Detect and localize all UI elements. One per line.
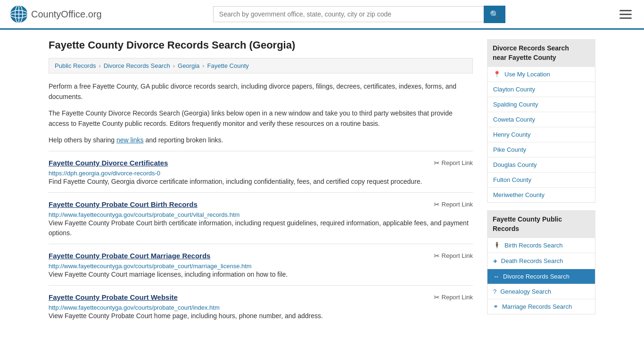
content-wrapper: Fayette County Divorce Records Search (G… — [39, 30, 605, 327]
sidebar-label-location: Use My Location — [504, 71, 550, 78]
marriage-icon: ⚭ — [493, 303, 498, 310]
result-desc-0: Find Fayette County, Georgia divorce cer… — [49, 177, 473, 187]
menu-bar-3 — [619, 17, 632, 19]
birth-icon: 🕴 — [493, 242, 501, 249]
description: Perform a free Fayette County, GA public… — [49, 81, 473, 145]
sidebar-item-death[interactable]: + Death Records Search — [487, 253, 595, 269]
result-title-3[interactable]: Fayette County Probate Court Website — [49, 293, 178, 301]
death-icon: + — [493, 257, 497, 265]
sidebar-link-meriwether[interactable]: Meriwether County — [487, 188, 595, 202]
sidebar-item-coweta[interactable]: Coweta County — [487, 112, 595, 127]
result-desc-1: View Fayette County Probate Court birth … — [49, 218, 473, 238]
main-content: Fayette County Divorce Records Search (G… — [49, 39, 473, 327]
sidebar-item-clayton[interactable]: Clayton County — [487, 82, 595, 97]
sidebar-item-genealogy[interactable]: ? Genealogy Search — [487, 284, 595, 299]
sidebar-public-records-title: Fayette County Public Records — [487, 210, 595, 238]
sidebar-link-genealogy[interactable]: ? Genealogy Search — [487, 284, 595, 299]
sidebar-nearby-title: Divorce Records Searchnear Fayette Count… — [487, 39, 595, 67]
sidebar-item-meriwether[interactable]: Meriwether County — [487, 188, 595, 202]
sidebar-label-pike: Pike County — [493, 146, 526, 153]
sidebar-item-douglas[interactable]: Douglas County — [487, 157, 595, 173]
search-input[interactable] — [213, 6, 484, 22]
search-button[interactable]: 🔍 — [484, 6, 505, 23]
sidebar-link-birth[interactable]: 🕴 Birth Records Search — [487, 238, 595, 253]
breadcrumb: Public Records › Divorce Records Search … — [49, 58, 473, 74]
report-label-0: Report Link — [442, 159, 473, 166]
breadcrumb-divorce-records[interactable]: Divorce Records Search — [104, 62, 170, 69]
sidebar-label-clayton: Clayton County — [493, 86, 535, 93]
menu-button[interactable] — [617, 7, 635, 22]
sidebar-item-spalding[interactable]: Spalding County — [487, 97, 595, 112]
sidebar-item-location[interactable]: 📍 Use My Location — [487, 67, 595, 82]
report-label-1: Report Link — [442, 201, 473, 208]
result-title-0[interactable]: Fayette County Divorce Certificates — [49, 159, 168, 167]
sidebar-nearby-list: 📍 Use My Location Clayton County Spaldin… — [487, 67, 595, 203]
report-link-3[interactable]: ✂ Report Link — [434, 293, 473, 302]
sidebar-nearby-section: Divorce Records Searchnear Fayette Count… — [487, 39, 595, 203]
result-desc-3: View Fayette County Probate Court home p… — [49, 311, 473, 321]
sidebar-link-douglas[interactable]: Douglas County — [487, 157, 595, 172]
sidebar-item-birth[interactable]: 🕴 Birth Records Search — [487, 238, 595, 253]
sidebar-link-coweta[interactable]: Coweta County — [487, 112, 595, 127]
report-icon-3: ✂ — [434, 293, 440, 302]
menu-bar-1 — [619, 10, 632, 11]
genealogy-icon: ? — [493, 288, 496, 295]
sidebar-link-spalding[interactable]: Spalding County — [487, 97, 595, 112]
report-link-0[interactable]: ✂ Report Link — [434, 159, 473, 167]
logo-icon — [9, 5, 28, 24]
breadcrumb-fayette-county[interactable]: Fayette County — [207, 62, 249, 69]
desc-para3-after: and reporting broken links. — [144, 136, 223, 144]
sidebar-item-divorce[interactable]: ↔ Divorce Records Search — [487, 269, 595, 284]
report-icon-2: ✂ — [434, 252, 440, 260]
result-url-0[interactable]: https://dph.georgia.gov/divorce-records-… — [49, 170, 160, 177]
logo-main: CountyOffice — [31, 9, 85, 19]
logo-text[interactable]: CountyOffice.org — [31, 9, 102, 20]
sidebar-link-death[interactable]: + Death Records Search — [487, 253, 595, 269]
sidebar-label-henry: Henry County — [493, 131, 530, 138]
result-title-2[interactable]: Fayette County Probate Court Marriage Re… — [49, 252, 210, 260]
sidebar-item-fulton[interactable]: Fulton County — [487, 173, 595, 188]
menu-bar-2 — [619, 14, 632, 15]
result-url-2[interactable]: http://www.fayettecountyga.gov/courts/pr… — [49, 263, 252, 270]
breadcrumb-sep-2: › — [173, 62, 175, 69]
sidebar-public-records-list: 🕴 Birth Records Search + Death Records S… — [487, 238, 595, 314]
desc-para3-before: Help others by sharing — [49, 136, 116, 144]
header: CountyOffice.org 🔍 — [0, 0, 644, 30]
sidebar-item-marriage[interactable]: ⚭ Marriage Records Search — [487, 299, 595, 314]
desc-para2: The Fayette County Divorce Records Searc… — [49, 108, 473, 129]
sidebar-link-pike[interactable]: Pike County — [487, 142, 595, 157]
desc-para1: Perform a free Fayette County, GA public… — [49, 81, 473, 102]
sidebar-item-pike[interactable]: Pike County — [487, 142, 595, 157]
results: Fayette County Divorce Certificates ✂ Re… — [49, 151, 473, 327]
new-links-link[interactable]: new links — [116, 136, 144, 144]
sidebar-link-location[interactable]: 📍 Use My Location — [487, 67, 595, 82]
sidebar-label-birth: Birth Records Search — [504, 242, 563, 249]
breadcrumb-public-records[interactable]: Public Records — [55, 62, 96, 69]
sidebar-link-marriage[interactable]: ⚭ Marriage Records Search — [487, 299, 595, 314]
breadcrumb-sep-3: › — [202, 62, 204, 69]
report-link-2[interactable]: ✂ Report Link — [434, 252, 473, 260]
result-url-3[interactable]: http://www.fayettecountyga.gov/courts/pr… — [49, 304, 220, 311]
result-item-1: Fayette County Probate Court Birth Recor… — [49, 192, 473, 244]
sidebar-link-henry[interactable]: Henry County — [487, 127, 595, 142]
logo-suffix: .org — [85, 9, 101, 19]
sidebar-link-divorce[interactable]: ↔ Divorce Records Search — [487, 269, 595, 284]
search-icon: 🔍 — [490, 10, 499, 19]
sidebar-label-death: Death Records Search — [501, 257, 563, 264]
sidebar-label-fulton: Fulton County — [493, 176, 531, 183]
breadcrumb-georgia[interactable]: Georgia — [178, 62, 199, 69]
report-icon-0: ✂ — [434, 159, 440, 167]
sidebar-link-clayton[interactable]: Clayton County — [487, 82, 595, 97]
location-icon: 📍 — [493, 71, 501, 78]
result-url-1[interactable]: http://www.fayettecountyga.gov/courts/pr… — [49, 211, 239, 218]
sidebar-link-fulton[interactable]: Fulton County — [487, 173, 595, 187]
report-link-1[interactable]: ✂ Report Link — [434, 200, 473, 209]
sidebar-label-coweta: Coweta County — [493, 116, 535, 123]
report-label-2: Report Link — [442, 252, 473, 259]
sidebar-label-marriage: Marriage Records Search — [502, 303, 572, 310]
sidebar-item-henry[interactable]: Henry County — [487, 127, 595, 142]
sidebar-label-meriwether: Meriwether County — [493, 191, 545, 198]
result-title-1[interactable]: Fayette County Probate Court Birth Recor… — [49, 200, 198, 208]
breadcrumb-sep-1: › — [99, 62, 100, 69]
result-item-0: Fayette County Divorce Certificates ✂ Re… — [49, 151, 473, 192]
